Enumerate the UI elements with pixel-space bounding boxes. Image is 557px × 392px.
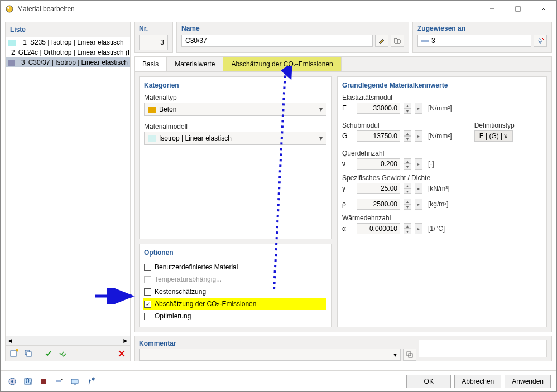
nu-spinner[interactable]: ▲▼ — [404, 158, 411, 170]
e-label: Elastizitätsmodul — [342, 94, 542, 101]
tab-materialwerte[interactable]: Materialwerte — [167, 57, 223, 71]
g-symbol: G — [342, 132, 353, 140]
assign-select-button[interactable] — [53, 375, 65, 388]
units-button[interactable]: 0,00 — [22, 375, 34, 388]
option-optimize[interactable]: Optimierung — [144, 310, 326, 322]
svg-rect-22 — [41, 379, 46, 384]
properties-title: Grundlegende Materialkennwerte — [342, 81, 542, 89]
nu-go-button[interactable]: ▸ — [415, 158, 422, 170]
checkbox-icon — [144, 313, 151, 320]
check-all-button[interactable] — [57, 347, 69, 360]
g-go-button[interactable]: ▸ — [415, 130, 422, 142]
svg-point-19 — [11, 380, 13, 383]
color-swatch — [8, 60, 15, 66]
info-button[interactable] — [6, 375, 18, 388]
cancel-button[interactable]: Abbrechen — [454, 375, 501, 388]
annotation-dotted-line — [252, 66, 308, 295]
tab-basis[interactable]: Basis — [135, 57, 167, 71]
svg-text:✶: ✶ — [15, 349, 18, 354]
script-button[interactable]: ƒ✶ — [84, 375, 97, 388]
g-input[interactable] — [357, 130, 400, 142]
svg-rect-9 — [27, 352, 31, 356]
alpha-spinner[interactable]: ▲▼ — [404, 223, 411, 234]
dialog-footer: 0,00 ƒ✶ OK Abbrechen Anwenden — [1, 370, 556, 391]
gamma-go-button[interactable]: ▸ — [415, 183, 422, 194]
svg-point-1 — [7, 7, 9, 9]
comment-box: Kommentar ▾ — [134, 336, 552, 361]
comment-copy-button[interactable] — [403, 349, 416, 361]
maximize-button[interactable] — [505, 1, 531, 17]
list-index: 1 — [19, 38, 27, 46]
checkbox-icon — [144, 264, 151, 271]
alpha-go-button[interactable]: ▸ — [415, 223, 422, 234]
gamma-symbol: γ — [342, 185, 353, 192]
alpha-symbol: α — [342, 225, 353, 233]
e-unit: [N/mm²] — [428, 104, 452, 112]
list-item[interactable]: 2 GL24c | Orthotrop | Linear elastisch (… — [6, 47, 130, 57]
color-button[interactable] — [37, 375, 50, 388]
g-spinner[interactable]: ▲▼ — [404, 130, 411, 142]
gamma-input[interactable] — [357, 183, 400, 194]
rho-spinner[interactable]: ▲▼ — [404, 199, 411, 210]
list-panel: Liste 1 S235 | Isotrop | Linear elastisc… — [5, 22, 131, 361]
chevron-down-icon: ▾ — [393, 351, 397, 359]
delete-button[interactable] — [116, 347, 128, 360]
number-field-box: Nr. — [134, 22, 173, 53]
e-go-button[interactable]: ▸ — [415, 103, 422, 114]
g-unit: [N/mm²] — [428, 132, 452, 140]
option-label: Temperaturabhängig... — [155, 275, 222, 283]
name-field-box: Name — [176, 22, 409, 53]
checkbox-icon — [144, 276, 151, 283]
minimize-button[interactable] — [479, 1, 505, 17]
chevron-down-icon: ▾ — [319, 105, 323, 113]
scroll-left-icon[interactable]: ◄ — [7, 337, 13, 345]
nu-label: Querdehnzahl — [342, 149, 542, 157]
list-item[interactable]: 1 S235 | Isotrop | Linear elastisch — [6, 37, 130, 47]
rho-input[interactable] — [357, 199, 400, 210]
assigned-to-box: Zugewiesen an 3 — [412, 22, 552, 53]
comment-label: Kommentar — [139, 340, 407, 347]
close-button[interactable] — [531, 1, 556, 17]
deftype-label: Definitionstyp — [474, 122, 515, 129]
option-label: Benutzerdefiniertes Material — [155, 263, 238, 271]
ok-button[interactable]: OK — [406, 375, 451, 388]
list-label: S235 | Isotrop | Linear elastisch — [30, 38, 124, 46]
color-swatch — [148, 135, 156, 142]
deftype-value[interactable]: E | (G) | ν — [474, 130, 513, 142]
scroll-right-icon[interactable]: ► — [122, 337, 129, 345]
svg-rect-24 — [71, 379, 78, 384]
option-co2[interactable]: ✓ Abschätzung der CO₂-Emissionen — [143, 298, 326, 310]
list-scrollbar[interactable]: ◄ ► — [6, 336, 130, 345]
number-input[interactable] — [139, 35, 168, 50]
name-input[interactable] — [181, 35, 373, 47]
new-button[interactable]: ✶ — [8, 347, 20, 360]
e-input[interactable] — [357, 103, 400, 114]
check-button[interactable] — [42, 347, 55, 360]
gamma-spinner[interactable]: ▲▼ — [404, 183, 411, 194]
alpha-label: Wärmedehnzahl — [342, 214, 542, 222]
e-spinner[interactable]: ▲▼ — [404, 103, 411, 114]
alpha-input[interactable] — [357, 223, 400, 234]
option-label: Optimierung — [155, 312, 191, 320]
rho-symbol: ρ — [342, 200, 353, 208]
display-button[interactable] — [69, 375, 81, 388]
list-label: C30/37 | Isotrop | Linear elastisch — [28, 59, 128, 66]
edit-name-button[interactable] — [375, 35, 388, 47]
svg-point-0 — [6, 6, 13, 12]
list-item[interactable]: 3 C30/37 | Isotrop | Linear elastisch — [6, 57, 130, 67]
app-icon — [5, 4, 14, 13]
library-button[interactable] — [391, 35, 404, 47]
nu-symbol: ν — [342, 160, 353, 168]
rho-unit: [kg/m³] — [428, 200, 449, 208]
checkbox-icon — [144, 288, 151, 296]
assigned-input[interactable]: 3 — [417, 35, 531, 47]
copy-button[interactable] — [22, 347, 35, 360]
comment-combo[interactable]: ▾ — [139, 349, 401, 361]
chevron-down-icon: ▾ — [319, 134, 323, 142]
nu-input[interactable] — [357, 158, 400, 170]
e-symbol: E — [342, 104, 353, 112]
rho-go-button[interactable]: ▸ — [415, 199, 422, 210]
pick-button[interactable] — [534, 35, 547, 47]
apply-button[interactable]: Anwenden — [505, 375, 551, 388]
properties-group: Grundlegende Materialkennwerte Elastizit… — [337, 76, 547, 327]
